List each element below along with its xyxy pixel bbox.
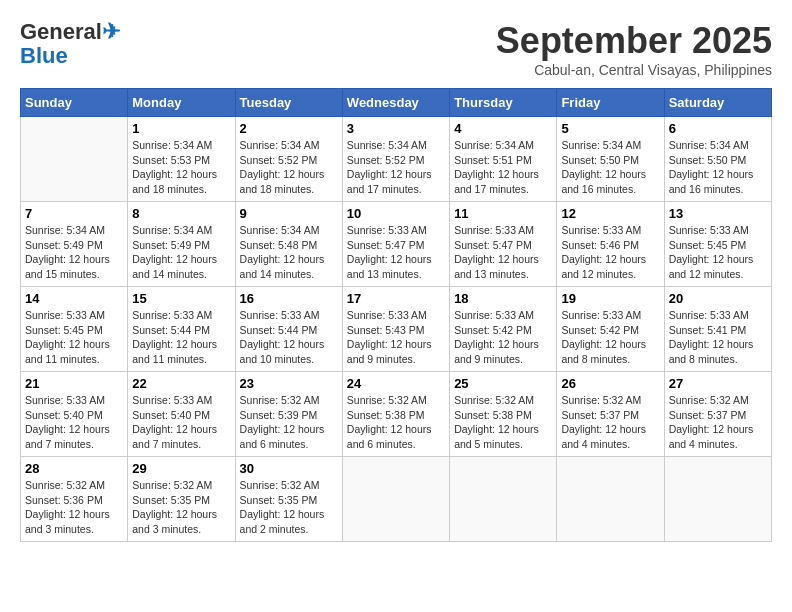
page-header: General✈ Blue September 2025 Cabul-an, C…	[20, 20, 772, 78]
day-number: 8	[132, 206, 230, 221]
calendar-cell: 2Sunrise: 5:34 AM Sunset: 5:52 PM Daylig…	[235, 117, 342, 202]
week-row-4: 21Sunrise: 5:33 AM Sunset: 5:40 PM Dayli…	[21, 372, 772, 457]
day-info: Sunrise: 5:32 AM Sunset: 5:38 PM Dayligh…	[454, 393, 552, 452]
day-info: Sunrise: 5:34 AM Sunset: 5:49 PM Dayligh…	[25, 223, 123, 282]
day-number: 22	[132, 376, 230, 391]
calendar-cell: 24Sunrise: 5:32 AM Sunset: 5:38 PM Dayli…	[342, 372, 449, 457]
calendar-cell: 28Sunrise: 5:32 AM Sunset: 5:36 PM Dayli…	[21, 457, 128, 542]
calendar-cell: 22Sunrise: 5:33 AM Sunset: 5:40 PM Dayli…	[128, 372, 235, 457]
day-number: 3	[347, 121, 445, 136]
day-info: Sunrise: 5:33 AM Sunset: 5:42 PM Dayligh…	[454, 308, 552, 367]
day-info: Sunrise: 5:32 AM Sunset: 5:37 PM Dayligh…	[561, 393, 659, 452]
day-number: 11	[454, 206, 552, 221]
calendar-cell	[664, 457, 771, 542]
day-number: 21	[25, 376, 123, 391]
day-info: Sunrise: 5:32 AM Sunset: 5:37 PM Dayligh…	[669, 393, 767, 452]
day-number: 18	[454, 291, 552, 306]
col-header-monday: Monday	[128, 89, 235, 117]
calendar-cell: 23Sunrise: 5:32 AM Sunset: 5:39 PM Dayli…	[235, 372, 342, 457]
day-info: Sunrise: 5:32 AM Sunset: 5:35 PM Dayligh…	[240, 478, 338, 537]
calendar-cell: 13Sunrise: 5:33 AM Sunset: 5:45 PM Dayli…	[664, 202, 771, 287]
day-number: 2	[240, 121, 338, 136]
day-info: Sunrise: 5:34 AM Sunset: 5:50 PM Dayligh…	[669, 138, 767, 197]
calendar-cell: 10Sunrise: 5:33 AM Sunset: 5:47 PM Dayli…	[342, 202, 449, 287]
day-info: Sunrise: 5:33 AM Sunset: 5:47 PM Dayligh…	[454, 223, 552, 282]
day-info: Sunrise: 5:33 AM Sunset: 5:44 PM Dayligh…	[240, 308, 338, 367]
day-info: Sunrise: 5:34 AM Sunset: 5:52 PM Dayligh…	[240, 138, 338, 197]
day-info: Sunrise: 5:33 AM Sunset: 5:40 PM Dayligh…	[132, 393, 230, 452]
calendar-cell: 16Sunrise: 5:33 AM Sunset: 5:44 PM Dayli…	[235, 287, 342, 372]
day-info: Sunrise: 5:34 AM Sunset: 5:50 PM Dayligh…	[561, 138, 659, 197]
location-title: Cabul-an, Central Visayas, Philippines	[496, 62, 772, 78]
day-number: 24	[347, 376, 445, 391]
calendar-cell: 17Sunrise: 5:33 AM Sunset: 5:43 PM Dayli…	[342, 287, 449, 372]
calendar-cell: 27Sunrise: 5:32 AM Sunset: 5:37 PM Dayli…	[664, 372, 771, 457]
day-number: 25	[454, 376, 552, 391]
calendar-cell: 18Sunrise: 5:33 AM Sunset: 5:42 PM Dayli…	[450, 287, 557, 372]
calendar-cell: 9Sunrise: 5:34 AM Sunset: 5:48 PM Daylig…	[235, 202, 342, 287]
day-info: Sunrise: 5:33 AM Sunset: 5:45 PM Dayligh…	[669, 223, 767, 282]
day-info: Sunrise: 5:33 AM Sunset: 5:43 PM Dayligh…	[347, 308, 445, 367]
calendar-cell: 1Sunrise: 5:34 AM Sunset: 5:53 PM Daylig…	[128, 117, 235, 202]
calendar-cell: 29Sunrise: 5:32 AM Sunset: 5:35 PM Dayli…	[128, 457, 235, 542]
day-number: 16	[240, 291, 338, 306]
day-info: Sunrise: 5:32 AM Sunset: 5:35 PM Dayligh…	[132, 478, 230, 537]
day-info: Sunrise: 5:32 AM Sunset: 5:36 PM Dayligh…	[25, 478, 123, 537]
day-number: 4	[454, 121, 552, 136]
calendar-cell: 11Sunrise: 5:33 AM Sunset: 5:47 PM Dayli…	[450, 202, 557, 287]
calendar-cell: 8Sunrise: 5:34 AM Sunset: 5:49 PM Daylig…	[128, 202, 235, 287]
day-number: 23	[240, 376, 338, 391]
day-number: 6	[669, 121, 767, 136]
day-number: 10	[347, 206, 445, 221]
day-number: 27	[669, 376, 767, 391]
day-info: Sunrise: 5:34 AM Sunset: 5:48 PM Dayligh…	[240, 223, 338, 282]
week-row-5: 28Sunrise: 5:32 AM Sunset: 5:36 PM Dayli…	[21, 457, 772, 542]
calendar-cell: 25Sunrise: 5:32 AM Sunset: 5:38 PM Dayli…	[450, 372, 557, 457]
calendar-cell	[342, 457, 449, 542]
logo-general-text: General	[20, 19, 102, 44]
day-number: 5	[561, 121, 659, 136]
col-header-friday: Friday	[557, 89, 664, 117]
calendar-cell	[21, 117, 128, 202]
col-header-tuesday: Tuesday	[235, 89, 342, 117]
calendar-header-row: SundayMondayTuesdayWednesdayThursdayFrid…	[21, 89, 772, 117]
day-number: 15	[132, 291, 230, 306]
day-number: 28	[25, 461, 123, 476]
calendar-cell: 3Sunrise: 5:34 AM Sunset: 5:52 PM Daylig…	[342, 117, 449, 202]
day-number: 13	[669, 206, 767, 221]
day-number: 30	[240, 461, 338, 476]
day-info: Sunrise: 5:34 AM Sunset: 5:51 PM Dayligh…	[454, 138, 552, 197]
logo: General✈ Blue	[20, 20, 120, 68]
calendar-cell: 14Sunrise: 5:33 AM Sunset: 5:45 PM Dayli…	[21, 287, 128, 372]
col-header-saturday: Saturday	[664, 89, 771, 117]
day-number: 9	[240, 206, 338, 221]
calendar-cell	[450, 457, 557, 542]
day-info: Sunrise: 5:34 AM Sunset: 5:52 PM Dayligh…	[347, 138, 445, 197]
day-number: 1	[132, 121, 230, 136]
day-info: Sunrise: 5:32 AM Sunset: 5:39 PM Dayligh…	[240, 393, 338, 452]
day-info: Sunrise: 5:33 AM Sunset: 5:47 PM Dayligh…	[347, 223, 445, 282]
day-info: Sunrise: 5:34 AM Sunset: 5:53 PM Dayligh…	[132, 138, 230, 197]
day-number: 26	[561, 376, 659, 391]
calendar-cell	[557, 457, 664, 542]
day-info: Sunrise: 5:34 AM Sunset: 5:49 PM Dayligh…	[132, 223, 230, 282]
day-number: 12	[561, 206, 659, 221]
day-number: 14	[25, 291, 123, 306]
week-row-3: 14Sunrise: 5:33 AM Sunset: 5:45 PM Dayli…	[21, 287, 772, 372]
col-header-wednesday: Wednesday	[342, 89, 449, 117]
day-number: 19	[561, 291, 659, 306]
week-row-1: 1Sunrise: 5:34 AM Sunset: 5:53 PM Daylig…	[21, 117, 772, 202]
day-info: Sunrise: 5:33 AM Sunset: 5:42 PM Dayligh…	[561, 308, 659, 367]
day-number: 7	[25, 206, 123, 221]
week-row-2: 7Sunrise: 5:34 AM Sunset: 5:49 PM Daylig…	[21, 202, 772, 287]
calendar-cell: 30Sunrise: 5:32 AM Sunset: 5:35 PM Dayli…	[235, 457, 342, 542]
col-header-thursday: Thursday	[450, 89, 557, 117]
day-info: Sunrise: 5:33 AM Sunset: 5:44 PM Dayligh…	[132, 308, 230, 367]
calendar-cell: 15Sunrise: 5:33 AM Sunset: 5:44 PM Dayli…	[128, 287, 235, 372]
day-info: Sunrise: 5:33 AM Sunset: 5:45 PM Dayligh…	[25, 308, 123, 367]
day-info: Sunrise: 5:33 AM Sunset: 5:41 PM Dayligh…	[669, 308, 767, 367]
day-info: Sunrise: 5:33 AM Sunset: 5:46 PM Dayligh…	[561, 223, 659, 282]
month-title: September 2025	[496, 20, 772, 62]
logo-icon: ✈	[102, 19, 120, 44]
title-block: September 2025 Cabul-an, Central Visayas…	[496, 20, 772, 78]
